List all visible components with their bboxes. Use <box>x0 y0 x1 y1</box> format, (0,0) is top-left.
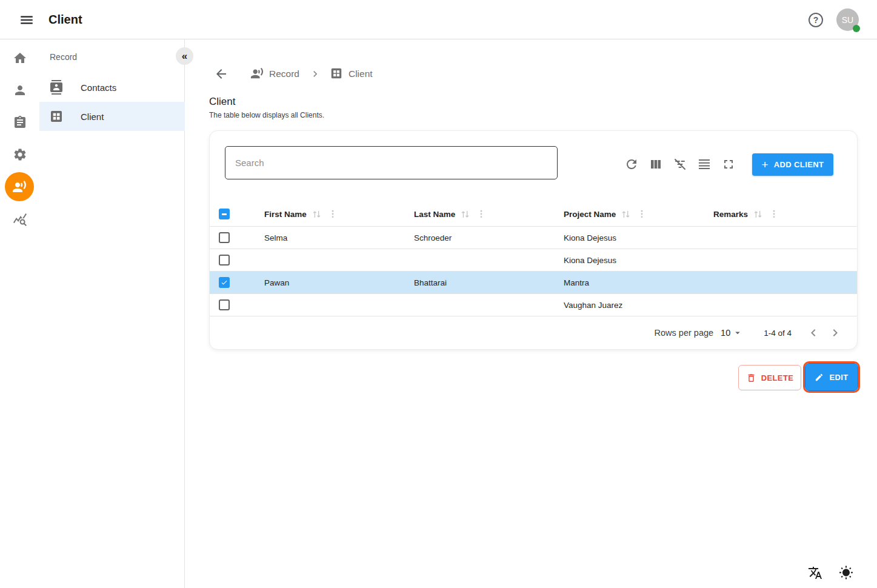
sidebar-item-client[interactable]: Client <box>39 102 185 131</box>
page-title: Client <box>209 96 235 108</box>
grid-icon <box>49 109 64 124</box>
table-row[interactable]: Pawan Bhattarai Mantra <box>210 272 857 294</box>
refresh-icon[interactable] <box>624 157 639 172</box>
column-menu-icon[interactable] <box>328 210 337 218</box>
breadcrumb: Record Client <box>214 67 373 81</box>
back-arrow-icon[interactable] <box>214 67 228 81</box>
rows-per-page-select[interactable]: 10 <box>721 327 743 338</box>
pencil-icon <box>815 373 824 382</box>
record-voice-icon <box>250 67 265 81</box>
app-title: Client <box>48 0 82 39</box>
table-row[interactable]: Selma Schroeder Kiona Dejesus <box>210 227 857 249</box>
plus-icon: + <box>762 159 769 170</box>
page-range-label: 1-4 of 4 <box>764 329 792 338</box>
delete-button[interactable]: DELETE <box>738 365 801 390</box>
translate-icon[interactable] <box>808 566 822 580</box>
breadcrumb-item-record[interactable]: Record <box>250 67 299 81</box>
column-menu-icon[interactable] <box>477 210 485 218</box>
row-checkbox[interactable] <box>219 299 230 310</box>
sidebar-item-contacts[interactable]: Contacts <box>39 73 185 102</box>
main-content: Record Client Client The table below dis… <box>185 39 877 588</box>
assignment-icon[interactable] <box>13 115 27 130</box>
edit-button-highlight-ring: EDIT <box>803 361 860 393</box>
grid-icon <box>330 67 344 81</box>
table-pagination: Rows per page 10 1-4 of 4 <box>210 316 857 349</box>
column-header[interactable]: Project Name <box>564 210 616 219</box>
breadcrumb-label: Client <box>348 68 373 79</box>
person-icon[interactable] <box>13 83 27 98</box>
sort-icon[interactable] <box>460 210 471 219</box>
online-status-dot <box>853 25 860 32</box>
sort-icon[interactable] <box>621 210 632 219</box>
row-checkbox[interactable] <box>219 255 230 266</box>
column-header[interactable]: Last Name <box>414 210 455 219</box>
app-window: Client ? SU Record <box>0 0 877 588</box>
help-icon[interactable]: ? <box>809 13 823 27</box>
utility-bar <box>808 566 853 580</box>
next-page-icon[interactable] <box>828 326 842 340</box>
collapse-sidebar-icon[interactable]: « <box>176 47 193 65</box>
sidebar-section-label: Record <box>50 52 77 62</box>
settings-icon[interactable] <box>13 147 27 162</box>
avatar-initials: SU <box>842 15 853 25</box>
sidebar-item-label: Client <box>81 112 104 122</box>
column-menu-icon[interactable] <box>770 210 778 218</box>
table-row[interactable]: Kiona Dejesus <box>210 249 857 272</box>
sort-icon[interactable] <box>312 210 322 219</box>
rows-per-page-label: Rows per page <box>655 328 714 338</box>
breadcrumb-label: Record <box>269 68 299 79</box>
menu-icon[interactable] <box>18 12 35 28</box>
column-header[interactable]: First Name <box>264 210 307 219</box>
filter-off-icon[interactable] <box>673 157 687 172</box>
home-icon[interactable] <box>13 51 27 65</box>
clients-table-card: + ADD CLIENT First Name <box>209 130 858 350</box>
row-checkbox[interactable] <box>219 277 230 288</box>
search-input[interactable] <box>225 146 558 179</box>
columns-icon[interactable] <box>649 157 663 172</box>
edit-button[interactable]: EDIT <box>805 363 858 391</box>
avatar[interactable]: SU <box>836 8 859 31</box>
contact-card-icon <box>49 80 64 95</box>
page-subtitle: The table below displays all Clients. <box>209 111 324 119</box>
sort-icon[interactable] <box>753 210 764 219</box>
table-row[interactable]: Vaughan Juarez <box>210 294 857 316</box>
fullscreen-icon[interactable] <box>721 157 736 172</box>
column-menu-icon[interactable] <box>638 210 646 218</box>
record-sidebar: Record Contacts Client <box>39 39 185 588</box>
table-toolbar <box>624 157 736 172</box>
chevron-right-icon <box>309 68 321 80</box>
query-stats-icon[interactable] <box>13 212 27 227</box>
table-header-row: First Name Last Name <box>210 202 857 227</box>
trash-icon <box>746 373 756 383</box>
top-app-bar: Client ? SU <box>0 0 877 39</box>
row-checkbox[interactable] <box>219 232 230 243</box>
sidebar-item-label: Contacts <box>81 82 116 93</box>
column-header[interactable]: Remarks <box>713 210 748 219</box>
brightness-icon[interactable] <box>839 566 853 580</box>
breadcrumb-item-client[interactable]: Client <box>330 67 373 81</box>
record-voice-icon-active[interactable] <box>5 172 34 201</box>
add-client-button[interactable]: + ADD CLIENT <box>752 153 833 176</box>
caret-down-icon <box>732 327 743 338</box>
previous-page-icon[interactable] <box>806 326 821 340</box>
icon-rail <box>0 39 39 588</box>
select-all-checkbox[interactable] <box>219 209 230 219</box>
density-icon[interactable] <box>697 157 712 172</box>
